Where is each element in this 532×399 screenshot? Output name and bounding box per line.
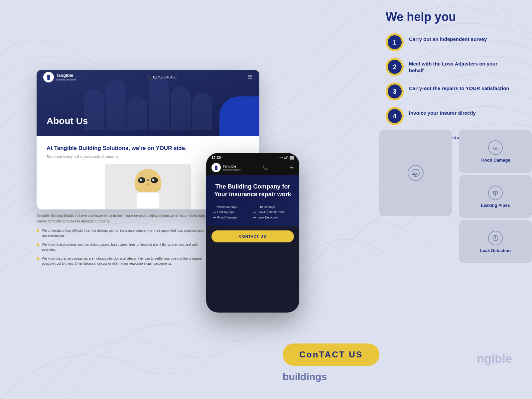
mobile-tag-water: — Water Damage: [213, 205, 252, 208]
robot-head: [135, 169, 161, 192]
browser-logo-text: Tangible: [56, 73, 76, 78]
bullet-text-3: We know insurance companies are notoriou…: [42, 256, 213, 266]
robot-nose: [146, 184, 150, 186]
svg-point-9: [495, 237, 496, 239]
browser-logo-sub: building solutions: [56, 78, 76, 81]
browser-hamburger-icon[interactable]: ☰: [247, 73, 253, 81]
contact-section: ConTACT US buildings: [283, 343, 449, 382]
help-text-1: Carry out an independent survey: [409, 33, 487, 43]
help-text-3: Carry-out the repairs to YOUR satisfacti…: [409, 82, 509, 92]
help-number-4: 4: [386, 107, 404, 125]
bullet-dot-3: [37, 257, 39, 260]
service-card-leaking-pipes[interactable]: Leaking Pipes: [459, 175, 532, 218]
glasses-bridge: [147, 180, 149, 181]
mobile-tags: — Water Damage — Leaking Pipe — Flood Da…: [213, 205, 293, 219]
bullet-text-1: We understand how difficult it can be de…: [42, 228, 213, 238]
robot-character: [131, 169, 165, 209]
bullet-dot-2: [37, 243, 39, 246]
character-image: [105, 164, 191, 209]
bullet-text-2: We know that problems such as leaking pi…: [42, 242, 213, 252]
robot-body: [136, 192, 160, 209]
mobile-hamburger-icon[interactable]: ☰: [290, 165, 294, 170]
mobile-hero-title: The Building Company for Your insurance …: [213, 183, 293, 199]
bullet-list: We understand how difficult it can be de…: [37, 228, 213, 266]
svg-rect-3: [215, 168, 217, 170]
mobile-tag-septic: — Leaking Septic Tank: [253, 210, 293, 214]
phone-icon: 📞: [147, 75, 152, 79]
hero-blue-shape: [219, 96, 259, 136]
mobile-logo-text: Tangible: [223, 165, 241, 169]
leak-detection-label: Leak Detection: [480, 248, 511, 253]
mobile-tag-flood: — Flood Damage: [213, 216, 252, 219]
help-number-2: 2: [386, 58, 404, 76]
mobile-phone-icon[interactable]: 📞: [262, 165, 268, 170]
tangible-brand-watermark: ngible: [477, 352, 512, 366]
mobile-status-icons: ▪▪▪ wifi ▓▓: [279, 156, 294, 159]
browser-nav: Tangible building solutions 📞 01753 8404…: [37, 70, 259, 84]
mobile-tag-detection: — Leak Detection: [253, 216, 293, 219]
battery-icon: ▓▓: [290, 156, 294, 159]
help-item-2: 2 Meet with the Loss Adjusters on your b…: [386, 58, 512, 76]
svg-point-5: [495, 192, 496, 194]
svg-point-2: [215, 166, 217, 168]
signal-icon: ▪▪▪: [279, 156, 283, 159]
flood-damage-icon: [408, 165, 424, 181]
leaking-pipes-label: Leaking Pipes: [481, 203, 510, 208]
content-headline: At Tangible Building Solutions, we're on…: [47, 144, 249, 152]
help-number-1: 1: [386, 33, 404, 51]
mobile-nav: Tangible building solutions 📞 ☰: [206, 161, 299, 175]
wifi-icon: wifi: [284, 156, 288, 159]
browser-hero: Tangible building solutions 📞 01753 8404…: [37, 70, 259, 136]
help-item-1: 1 Carry out an independent survey: [386, 33, 512, 51]
logo-icon: [43, 72, 54, 82]
help-title: We help you: [386, 10, 512, 24]
contact-us-button[interactable]: ConTACT US: [283, 343, 379, 366]
help-text-4: Invoice your insurer directly: [409, 107, 476, 116]
mobile-tag-leaking: — Leaking Pipe: [213, 210, 252, 214]
robot-left-eye: [138, 177, 145, 183]
list-item: We know insurance companies are notoriou…: [37, 256, 213, 266]
help-text-2: Meet with the Loss Adjusters on your beh…: [409, 58, 512, 73]
hero-title: About Us: [47, 116, 88, 126]
mobile-status-bar: 12:30 ▪▪▪ wifi ▓▓: [206, 153, 299, 161]
pipe-icon: [488, 186, 503, 200]
robot-right-eye: [151, 177, 158, 183]
detection-icon: [488, 231, 503, 245]
mobile-hero-section: The Building Company for Your insurance …: [206, 175, 299, 226]
help-item-3: 3 Carry-out the repairs to YOUR satisfac…: [386, 82, 512, 100]
help-item-4: 4 Invoice your insurer directly: [386, 107, 512, 125]
mobile-logo-sub: building solutions: [223, 169, 241, 171]
service-card-left-large[interactable]: [379, 130, 452, 216]
body-text: Tangible Building Solutions have vast ex…: [37, 213, 213, 224]
help-number-3: 3: [386, 82, 404, 100]
service-cards-column: Flood Damage Leaking Pipes Leak Detectio…: [459, 130, 532, 263]
svg-point-0: [47, 75, 50, 78]
service-card-flood-damage[interactable]: Flood Damage: [459, 130, 532, 173]
robot-glasses: [138, 177, 158, 183]
mobile-logo: Tangible building solutions: [211, 163, 241, 172]
mobile-logo-icon: [211, 163, 221, 172]
text-content-section: Tangible Building Solutions have vast ex…: [37, 213, 213, 270]
mobile-mockup: 12:30 ▪▪▪ wifi ▓▓ Tangible building solu…: [206, 153, 299, 313]
list-item: We understand how difficult it can be de…: [37, 228, 213, 238]
mobile-time: 12:30: [211, 156, 221, 160]
browser-logo: Tangible building solutions: [43, 72, 76, 82]
flood-damage-label: Flood Damage: [480, 158, 510, 163]
mobile-cta-button[interactable]: CONTACT US: [211, 230, 294, 242]
svg-rect-1: [47, 78, 50, 80]
list-item: We know that problems such as leaking pi…: [37, 242, 213, 252]
buildings-text: buildings: [283, 371, 449, 382]
flood-icon: [488, 140, 503, 155]
bullet-dot-1: [37, 229, 39, 232]
browser-phone: 📞 01753 840438: [147, 75, 177, 79]
mobile-tag-fire: — Fire Damage: [253, 205, 293, 208]
service-card-leak-detection[interactable]: Leak Detection: [459, 220, 532, 263]
